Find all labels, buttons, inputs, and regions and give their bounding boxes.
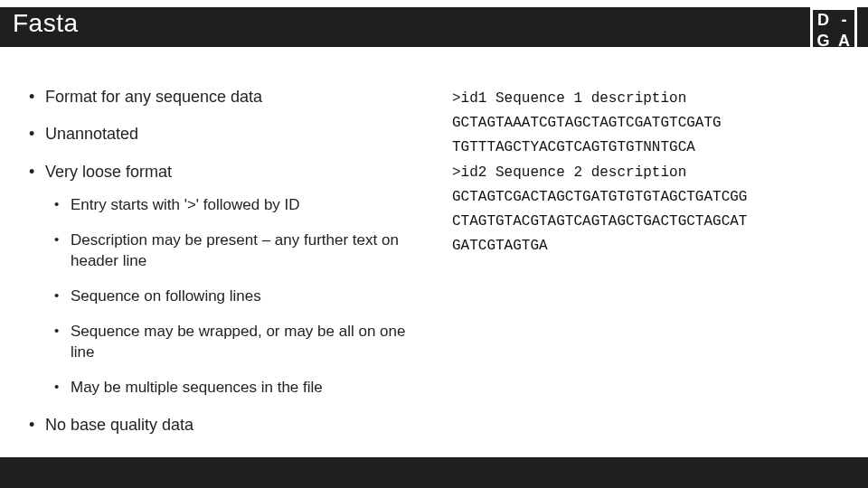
- sub-multiple-sequences: May be multiple sequences in the file: [45, 378, 416, 399]
- slide: Fasta D - G A Format for any sequence da…: [0, 0, 868, 488]
- content-area: Format for any sequence data Unannotated…: [0, 47, 868, 452]
- slide-title: Fasta: [13, 9, 79, 38]
- logo-cell-a: A: [834, 31, 854, 52]
- fasta-seq-1a: GCTAGTAAATCGTAGCTAGTCGATGTCGATG: [452, 111, 843, 136]
- logo-cell-d: D: [813, 10, 834, 31]
- code-column: >id1 Sequence 1 description GCTAGTAAATCG…: [452, 87, 843, 452]
- bullet-loose-format-text: Very loose format: [45, 163, 172, 181]
- fasta-seq-2b: CTAGTGTACGTAGTCAGTAGCTGACTGCTAGCAT: [452, 210, 843, 234]
- fasta-seq-2a: GCTAGTCGACTAGCTGATGTGTGTAGCTGATCGG: [452, 185, 843, 210]
- sub-entry-starts: Entry starts with '>' followed by ID: [45, 195, 416, 216]
- bullet-unannotated: Unannotated: [25, 124, 416, 145]
- fasta-seq-1b: TGTTTAGCTYACGTCAGTGTGTNNTGCA: [452, 136, 843, 160]
- footer-bar: [0, 457, 868, 488]
- logo-cell-g: G: [813, 31, 834, 52]
- bullet-list: Format for any sequence data Unannotated…: [25, 87, 416, 436]
- bullet-format: Format for any sequence data: [25, 87, 416, 108]
- bullet-column: Format for any sequence data Unannotated…: [25, 87, 416, 452]
- sub-sequence-lines: Sequence on following lines: [45, 286, 416, 307]
- sub-sequence-wrapped: Sequence may be wrapped, or may be all o…: [45, 322, 416, 363]
- bullet-no-quality: No base quality data: [25, 415, 416, 436]
- sub-bullet-list: Entry starts with '>' followed by ID Des…: [45, 195, 416, 399]
- sub-description: Description may be present – any further…: [45, 230, 416, 272]
- fasta-seq-2c: GATCGTAGTGA: [452, 234, 843, 258]
- logo: D - G A: [810, 7, 857, 54]
- fasta-header-2: >id2 Sequence 2 description: [452, 161, 843, 185]
- bullet-loose-format: Very loose format Entry starts with '>' …: [25, 162, 416, 399]
- logo-cell-dash: -: [834, 10, 854, 31]
- top-white-strip: [0, 0, 868, 7]
- fasta-header-1: >id1 Sequence 1 description: [452, 87, 843, 111]
